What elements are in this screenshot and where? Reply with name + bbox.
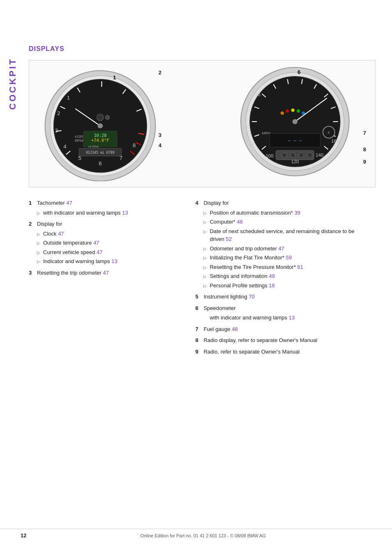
svg-point-70 (282, 153, 287, 157)
list-item-2: 2 Display for ▷ Clock 47 ▷ Outside tempe… (29, 220, 179, 266)
page-ref-tire-pressure[interactable]: 61 (297, 264, 303, 270)
item-number-7: 7 (195, 325, 201, 333)
arrow-icon: ▷ (203, 273, 208, 280)
svg-text:20: 20 (255, 92, 261, 97)
left-column: 1 Tachometer 47 ▷ with indicator and war… (29, 199, 179, 359)
page-ref-odometer[interactable]: 47 (278, 245, 284, 252)
item-number-1: 1 (29, 199, 35, 207)
list-item-5: 5 Instrument lighting 70 (195, 293, 376, 301)
svg-text:6: 6 (99, 160, 101, 166)
svg-point-77 (293, 119, 297, 124)
sub-indicator-lamps: Indicator and warning lamps 13 (43, 257, 118, 266)
arrow-icon: ▷ (37, 259, 41, 265)
arrow-icon: ▷ (203, 219, 208, 225)
svg-text:160: 160 (331, 139, 339, 143)
arrow-icon: ▷ (203, 210, 208, 216)
callout-2: 2 (159, 69, 161, 76)
sub-odometer: Odometer and trip odometer 47 (210, 245, 284, 253)
page-ref-fuel-gauge[interactable]: 48 (232, 326, 238, 332)
page-ref-vehicle-speed[interactable]: 47 (97, 249, 102, 255)
page-ref-clock[interactable]: 47 (58, 231, 64, 237)
sub-computer: Computer* 48 (210, 218, 242, 226)
arrow-icon: ▷ (37, 231, 41, 237)
arrow-icon: ▷ (203, 229, 208, 235)
list-item-8: 8 Radio display, refer to separate Owner… (195, 336, 376, 345)
svg-point-65 (297, 109, 300, 113)
item-text-7: Fuel gauge 48 (203, 325, 376, 333)
page-ref-outside-temp[interactable]: 47 (93, 240, 99, 246)
sub-next-service: Date of next scheduled service, and rema… (210, 227, 376, 243)
svg-text:— — —: — — — (288, 137, 302, 143)
item-number-6: 6 (195, 304, 201, 312)
page-ref-service[interactable]: 52 (226, 236, 231, 242)
page-ref-lighting[interactable]: 70 (249, 294, 254, 300)
sub-vehicle-speed: Current vehicle speed 47 (43, 248, 103, 257)
page-number: 12 (21, 532, 26, 539)
page-ref-computer[interactable]: 48 (237, 219, 242, 225)
section-title: DISPLAYS (29, 45, 376, 53)
svg-text:80: 80 (249, 142, 254, 147)
list-item-3: 3 Resetting the trip odometer 47 (29, 269, 179, 277)
tachometer-gauge: 1 2 3 4 5 6 7 8 x1000 RPM 10:28 +74.0°F (37, 66, 165, 181)
svg-text:MPH: MPH (262, 131, 270, 135)
page-ref-warning-lamps-6[interactable]: 13 (289, 314, 295, 321)
svg-text:012345 mi  6789: 012345 mi 6789 (86, 150, 115, 155)
sub-personal-profile: Personal Profile settings 18 (210, 282, 274, 290)
arrow-icon: ▷ (203, 264, 208, 271)
arrow-icon: ▷ (37, 210, 41, 216)
item-number-8: 8 (195, 336, 201, 345)
svg-text:RPM: RPM (75, 139, 83, 143)
page-ref-indicator-lamps[interactable]: 13 (111, 258, 117, 264)
svg-text:F: F (328, 131, 330, 135)
svg-text:1: 1 (67, 95, 70, 101)
list-item-4: 4 Display for ▷ Position of automatic tr… (195, 199, 376, 289)
callout-9: 9 (363, 159, 366, 165)
svg-text:4: 4 (63, 143, 67, 150)
svg-point-63 (286, 109, 289, 113)
callout-8: 8 (363, 146, 366, 153)
item-number-5: 5 (195, 293, 201, 301)
item-text-9: Radio, refer to separate Owner's Manual (203, 348, 376, 356)
sub-flat-tire: Initializing the Flat Tire Monitor* 59 (210, 254, 291, 262)
callout-4: 4 (159, 142, 161, 148)
svg-text:mi 50mi: mi 50mi (88, 145, 99, 148)
item-text-4: Display for (203, 199, 376, 207)
arrow-icon: ▷ (203, 246, 208, 252)
page-ref-personal-profile[interactable]: 18 (269, 282, 274, 289)
arrow-icon: ▷ (203, 255, 208, 261)
callout-3: 3 (159, 132, 161, 138)
item-number-9: 9 (195, 348, 201, 356)
svg-point-62 (281, 111, 284, 115)
svg-text:3: 3 (55, 127, 58, 134)
page-ref-1-tachometer[interactable]: 47 (67, 200, 72, 206)
page-ref-warning-13[interactable]: 13 (122, 210, 128, 216)
sub-outside-temp: Outside temperature 47 (43, 239, 99, 247)
callout-5: 5 (99, 168, 102, 174)
page-ref-flat-tire[interactable]: 59 (286, 254, 291, 261)
page-ref-settings[interactable]: 49 (269, 273, 274, 279)
item-number-3: 3 (29, 269, 35, 277)
item-text-8: Radio display, refer to separate Owner's… (203, 336, 376, 345)
sub-auto-transmission: Position of automatic transmission* 39 (210, 209, 300, 217)
svg-point-72 (299, 153, 304, 157)
item-text-6: Speedometer (203, 304, 376, 312)
svg-text:10:28: 10:28 (94, 133, 106, 138)
sub-clock: Clock 47 (43, 230, 64, 238)
speedometer-gauge: 20 40 60 80 100 120 140 160 MPH (227, 66, 367, 181)
svg-point-33 (105, 115, 109, 119)
svg-text:100: 100 (266, 153, 274, 158)
svg-point-73 (307, 153, 312, 157)
arrow-icon: ▷ (37, 250, 41, 256)
cockpit-sidebar-label: COCKPIT (7, 58, 18, 110)
svg-text:6: 6 (297, 69, 300, 75)
page-footer: 12 Online Edition for Part no. 01 41 2 6… (0, 529, 392, 539)
svg-text:8: 8 (133, 142, 136, 148)
svg-text:1: 1 (113, 74, 116, 81)
callout-7: 7 (363, 130, 366, 136)
item-text-5: Instrument lighting 70 (203, 293, 376, 301)
sub-item-warning-lamps-1: with indicator and warning lamps 13 (43, 209, 128, 217)
page-ref-trip-odometer[interactable]: 47 (103, 270, 108, 276)
page-ref-transmission[interactable]: 39 (294, 210, 300, 216)
sub-settings-info: Settings and information 49 (210, 272, 274, 280)
svg-text:60: 60 (242, 125, 248, 130)
